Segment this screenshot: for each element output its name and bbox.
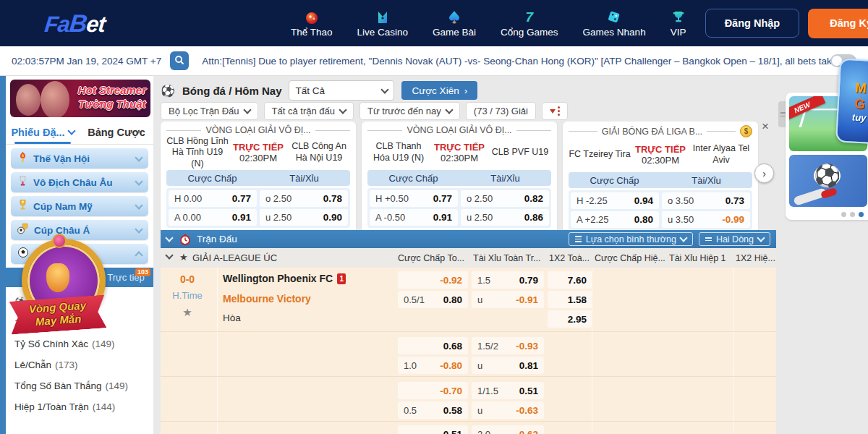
- subtab-truc-tiep[interactable]: Trực tiếp103: [103, 268, 149, 287]
- carousel-dot[interactable]: [841, 212, 846, 217]
- odds-cell[interactable]: H +0.500.77: [370, 190, 458, 207]
- nav-live-casino[interactable]: Live Casino: [357, 9, 408, 38]
- view-mode-dropdown[interactable]: Lựa chọn bình thường: [569, 232, 693, 246]
- odds-cell[interactable]: u 2.500.90: [260, 209, 348, 226]
- odds-cell-hdp[interactable]: -0.92: [398, 271, 468, 289]
- odds-cell[interactable]: A -0.500.91: [370, 209, 458, 226]
- nav-vip[interactable]: VIP: [671, 9, 686, 38]
- league-title: GIẢI BÓNG ĐÁ LIGA B...$: [569, 125, 752, 137]
- promo-banner-football[interactable]: ⚽: [789, 155, 867, 207]
- sidebar-item-the-van-hoi[interactable]: Thế Vận Hội: [11, 148, 148, 169]
- sidebar-item-cup-chau-a[interactable]: Cúp Châu Á: [11, 220, 148, 240]
- league-name: GIẢI A-LEAGUE ÚC: [192, 252, 277, 263]
- odds-cell[interactable]: o 2.500.78: [260, 190, 348, 207]
- parlay-button[interactable]: Cược Xiên›: [401, 81, 477, 100]
- subtab-som[interactable]: Sớm: [10, 268, 56, 287]
- soccer-ball-icon: ⚽: [161, 84, 175, 98]
- odds-cell[interactable]: o 3.500.73: [662, 192, 750, 209]
- carousel-dot[interactable]: [859, 212, 864, 217]
- odds-cell-hdp[interactable]: 1.0-0.80: [398, 357, 468, 374]
- market-item-tat-ca[interactable]: ⚽Tất cả: [6, 292, 153, 312]
- featured-match-card-1: VÒNG LOẠI GIẢI VÔ ĐỊ... CLB Hồng Lĩnh Hà…: [161, 122, 356, 235]
- rows-mode-dropdown[interactable]: Hai Dòng: [699, 232, 770, 246]
- red-card-badge: 1: [337, 273, 346, 284]
- favorite-star-icon[interactable]: ★: [179, 252, 188, 263]
- league-header-row: ★ GIẢI A-LEAGUE ÚC Cược Chấp To... Tài X…: [161, 248, 776, 268]
- odds-cell[interactable]: u 3.50-0.99: [662, 211, 750, 228]
- featured-match-card-2: VÒNG LOẠI GIẢI VÔ ĐỊ... CLB Thanh Hóa U1…: [362, 122, 557, 235]
- chevron-down-icon: [243, 106, 251, 114]
- league-count-label: (73 / 73) Giải: [466, 102, 536, 120]
- odds-cell-ou[interactable]: 1.5/2-0.93: [472, 337, 544, 354]
- nav-games-nhanh[interactable]: Games Nhanh: [583, 9, 646, 38]
- odds-cell-hdp[interactable]: 0.50.58: [398, 401, 468, 419]
- chevron-down-icon: [135, 225, 142, 233]
- odds-cell[interactable]: o 2.500.82: [461, 190, 549, 207]
- next-arrow-button[interactable]: ›: [754, 163, 774, 183]
- league-title: VÒNG LOẠI GIẢI VÔ ĐỊ...: [367, 125, 551, 135]
- market-item-1x2[interactable]: 1X2(198): [6, 312, 153, 333]
- tab-bet-slip[interactable]: Phiếu Đặ...: [6, 120, 80, 144]
- gold-cup-icon: [17, 199, 28, 213]
- sidebar-tabs: Phiếu Đặ... Bảng Cược: [6, 120, 153, 145]
- odds-cell-1x2[interactable]: 2.95: [548, 310, 592, 328]
- nav-the-thao[interactable]: Thể Thao: [291, 9, 333, 38]
- odds-cell-ou[interactable]: 2.0-0.62: [472, 425, 544, 434]
- sidebar-item-cup-nam-my[interactable]: Cúp Nam Mỹ: [11, 196, 148, 216]
- odds-cell[interactable]: u 2.500.86: [461, 209, 549, 226]
- register-button[interactable]: Đăng Ký: [808, 9, 868, 38]
- subtab-hom-nay[interactable]: Hôm Nay: [56, 268, 103, 287]
- time-range-dropdown[interactable]: Từ trước đến nay: [359, 102, 460, 120]
- login-button[interactable]: Đăng Nhập: [705, 9, 800, 38]
- market-item-ty-so[interactable]: Tỷ Số Chính Xác(149): [6, 333, 153, 354]
- odds-cell[interactable]: A +2.250.80: [571, 211, 659, 228]
- spade-icon: [446, 9, 462, 25]
- odds-cell[interactable]: H 0.000.77: [169, 190, 257, 207]
- chevron-down-icon: [67, 127, 75, 135]
- market-headers: Cược ChấpTài/Xỉu: [166, 170, 350, 186]
- market-item-hiep1-toan-tran[interactable]: Hiệp 1/Toàn Trận(144): [6, 396, 153, 417]
- chevron-down-icon: [339, 106, 346, 114]
- league-filter-select[interactable]: Tất Cả: [289, 80, 394, 101]
- odds-cell-ou[interactable]: u-0.91: [472, 291, 544, 308]
- euro-trophy-icon: [17, 175, 28, 190]
- kickoff-time: 02:30PM: [229, 153, 288, 163]
- sort-button[interactable]: [542, 102, 568, 120]
- fabet-logo[interactable]: FaBet: [43, 9, 106, 38]
- odds-cell-hdp[interactable]: 0.51: [398, 425, 468, 434]
- odds-cell-ou[interactable]: 1.50.79: [472, 271, 544, 289]
- chevron-down-icon[interactable]: [165, 234, 173, 242]
- all-matches-dropdown[interactable]: Tất cả trận đấu: [264, 102, 354, 120]
- nav-label: VIP: [671, 27, 686, 38]
- market-item-tong-ban-thang[interactable]: Tổng Số Bàn Thắng(149): [6, 375, 153, 396]
- odds-cell-ou[interactable]: 1/1.50.51: [472, 382, 544, 399]
- odds-cell-1x2[interactable]: 7.60: [548, 271, 592, 289]
- nav-cong-games[interactable]: 7 Cổng Games: [501, 9, 558, 38]
- hot-streamer-banner[interactable]: Hot Streamer Tường Thuật: [10, 80, 150, 117]
- odds-cell[interactable]: A 0.000.91: [169, 209, 257, 226]
- match-filter-dropdown[interactable]: Bộ Lọc Trận Đấu: [161, 102, 258, 120]
- tab-bet-board[interactable]: Bảng Cược: [80, 120, 153, 144]
- floating-promo-sticker[interactable]: M G tuy: [835, 58, 868, 144]
- match-period: H.Time: [161, 290, 214, 301]
- odds-cell-ou[interactable]: u-0.63: [472, 401, 544, 419]
- sidebar-item-the-thao[interactable]: Thể Thao: [11, 244, 148, 264]
- chevron-down-icon[interactable]: [165, 251, 173, 259]
- odds-cell-ou[interactable]: u0.81: [472, 357, 544, 374]
- odds-cell[interactable]: H -2.250.94: [571, 192, 659, 209]
- stopwatch-icon: [179, 234, 191, 245]
- nav-game-bai[interactable]: Game Bài: [433, 9, 476, 38]
- market-item-le-chan[interactable]: Lẻ/Chẵn(173): [6, 354, 153, 375]
- odds-cell-hdp[interactable]: -0.70: [398, 382, 468, 399]
- odds-cell-hdp[interactable]: 0.5/10.80: [398, 291, 468, 308]
- odds-cell-hdp[interactable]: 0.68: [398, 337, 468, 354]
- favorite-star-icon[interactable]: ★: [161, 306, 214, 319]
- odds-cell-1x2[interactable]: 1.58: [548, 291, 592, 308]
- search-icon: [174, 55, 184, 67]
- close-icon[interactable]: ×: [762, 120, 769, 132]
- torch-icon: [17, 151, 28, 166]
- sports-subtabs: Sớm Hôm Nay Trực tiếp103: [6, 268, 153, 287]
- carousel-dot[interactable]: [850, 212, 855, 217]
- sidebar-item-vo-dich-chau-au[interactable]: Vô Địch Châu Âu: [11, 172, 148, 192]
- search-button[interactable]: [170, 51, 189, 70]
